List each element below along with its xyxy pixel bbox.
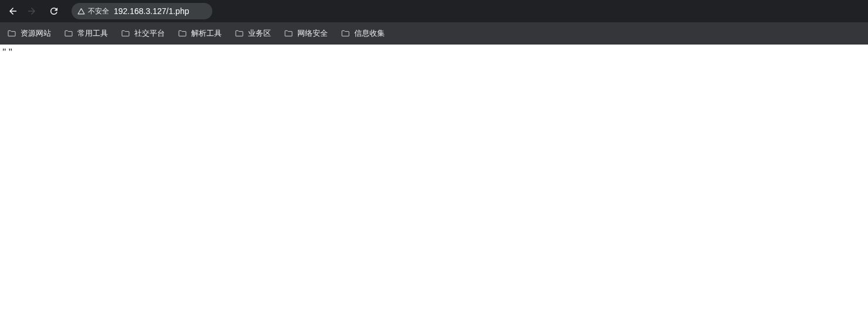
- reload-button[interactable]: [46, 3, 62, 19]
- bookmark-folder-business[interactable]: 业务区: [233, 26, 272, 41]
- security-indicator[interactable]: 不安全: [77, 6, 109, 16]
- folder-icon: [178, 29, 187, 38]
- folder-icon: [64, 29, 73, 38]
- folder-icon: [121, 29, 130, 38]
- back-button[interactable]: [5, 3, 21, 19]
- bookmark-folder-tools[interactable]: 常用工具: [63, 26, 109, 41]
- reload-icon: [49, 6, 59, 16]
- bookmark-label: 常用工具: [77, 28, 108, 39]
- address-bar[interactable]: 不安全 192.168.3.127/1.php: [72, 3, 212, 19]
- forward-button[interactable]: [23, 3, 40, 19]
- arrow-left-icon: [8, 6, 18, 16]
- bookmark-folder-netsec[interactable]: 网络安全: [283, 26, 329, 41]
- arrow-right-icon: [26, 6, 37, 16]
- folder-icon: [235, 29, 244, 38]
- security-label: 不安全: [88, 6, 109, 16]
- bookmark-label: 业务区: [248, 28, 271, 39]
- bookmark-folder-social[interactable]: 社交平台: [120, 26, 166, 41]
- warning-triangle-icon: [77, 8, 85, 15]
- folder-icon: [341, 29, 350, 38]
- bookmark-label: 资源网站: [21, 28, 51, 39]
- folder-icon: [7, 29, 16, 38]
- browser-toolbar: 不安全 192.168.3.127/1.php: [0, 0, 868, 22]
- bookmark-folder-infogather[interactable]: 信息收集: [340, 26, 386, 41]
- bookmark-label: 社交平台: [134, 28, 165, 39]
- bookmark-folder-resources[interactable]: 资源网站: [6, 26, 52, 41]
- page-content: " ": [0, 45, 868, 60]
- bookmark-label: 网络安全: [297, 28, 328, 39]
- bookmark-label: 解析工具: [191, 28, 222, 39]
- folder-icon: [284, 29, 293, 38]
- bookmarks-bar: 资源网站 常用工具 社交平台 解析工具 业务区 网络安全 信息收集: [0, 22, 868, 45]
- bookmark-folder-parse[interactable]: 解析工具: [177, 26, 223, 41]
- page-body-text: " ": [2, 47, 12, 57]
- url-text: 192.168.3.127/1.php: [114, 6, 196, 16]
- bookmark-label: 信息收集: [354, 28, 385, 39]
